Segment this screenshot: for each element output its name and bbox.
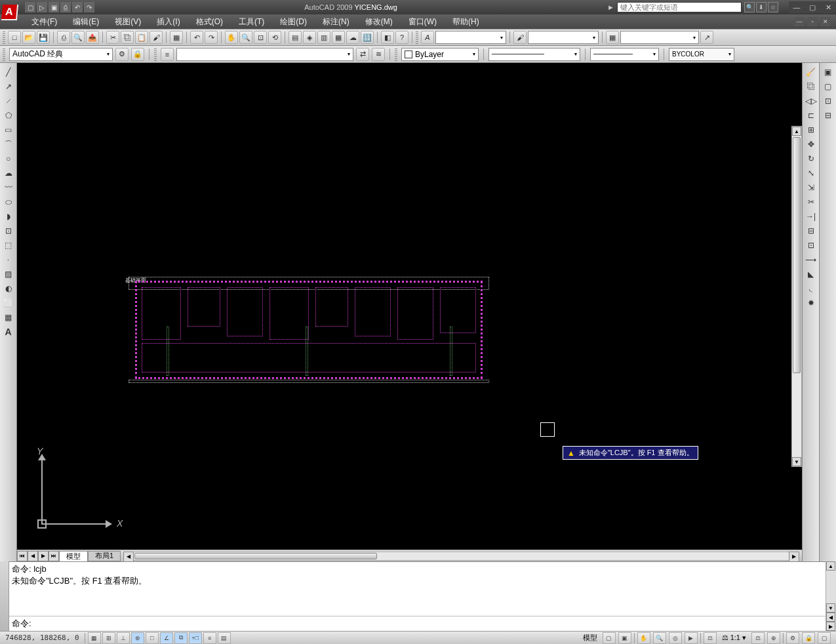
- osnap-toggle[interactable]: □: [146, 632, 159, 644]
- scroll-down-icon[interactable]: ▼: [826, 603, 835, 613]
- ducs-toggle[interactable]: ⧉: [174, 632, 188, 644]
- properties-icon[interactable]: ▤: [289, 31, 302, 44]
- menu-help[interactable]: 帮助(H): [445, 14, 487, 29]
- fillet-icon[interactable]: ◟: [805, 282, 818, 295]
- point-icon[interactable]: ·: [2, 253, 15, 266]
- layer-prev-icon[interactable]: ⇄: [356, 48, 369, 61]
- clean-screen-icon[interactable]: ▢: [818, 632, 831, 644]
- scroll-up-icon[interactable]: ▲: [826, 561, 835, 571]
- open-icon[interactable]: ▷: [37, 2, 47, 12]
- app-logo[interactable]: A: [0, 0, 20, 14]
- pan-icon[interactable]: ✋: [225, 31, 238, 44]
- layer-states-icon[interactable]: ≋: [372, 48, 385, 61]
- tab-next[interactable]: ▶: [38, 551, 49, 561]
- toolbar-grip[interactable]: [416, 31, 418, 44]
- vscroll-thumb[interactable]: [793, 137, 801, 373]
- make-block-icon[interactable]: ⬚: [2, 239, 15, 252]
- menu-format[interactable]: 格式(O): [188, 14, 231, 29]
- menu-dimension[interactable]: 标注(N): [315, 14, 357, 29]
- tab-last[interactable]: ⏭: [49, 551, 59, 561]
- dimstyle-combo[interactable]: ▾: [435, 31, 506, 44]
- tab-first[interactable]: ⏮: [17, 551, 28, 561]
- rectangle-icon[interactable]: ▭: [2, 123, 15, 136]
- region-icon[interactable]: ⬜: [2, 296, 15, 310]
- mdi-close[interactable]: ✕: [820, 17, 831, 26]
- vertical-scrollbar[interactable]: ▲ ▼: [791, 126, 802, 467]
- snap-toggle[interactable]: ▦: [88, 632, 101, 644]
- lineweight-combo[interactable]: ▾: [590, 48, 659, 61]
- color-combo[interactable]: ByLayer ▾: [401, 48, 479, 61]
- close-button[interactable]: ✕: [820, 1, 836, 13]
- zoom-realtime-icon[interactable]: 🔍: [239, 31, 252, 44]
- cmdline-grip[interactable]: [0, 561, 9, 631]
- tablestyle-icon[interactable]: ▦: [606, 31, 619, 44]
- grid-toggle[interactable]: ⊞: [102, 632, 115, 644]
- cmd-vscroll[interactable]: ▲ ▼ ◀ ▶: [826, 561, 836, 631]
- print-icon[interactable]: ⎙: [60, 2, 71, 12]
- markup-icon[interactable]: ☁: [346, 31, 359, 44]
- showmotion-icon[interactable]: ▶: [685, 632, 698, 644]
- favorite-icon[interactable]: ☆: [768, 2, 778, 12]
- lwt-toggle[interactable]: ≡: [203, 632, 216, 644]
- break-point-icon[interactable]: ⊟: [805, 224, 818, 237]
- plot-icon[interactable]: ⎙: [57, 31, 70, 44]
- scroll-up-icon[interactable]: ▲: [792, 127, 801, 136]
- pan-status-icon[interactable]: ✋: [637, 632, 650, 644]
- save-icon[interactable]: ▣: [49, 2, 59, 12]
- menu-insert[interactable]: 插入(I): [149, 14, 188, 29]
- offset-icon[interactable]: ⊏: [805, 109, 818, 122]
- help-icon[interactable]: ⬇: [756, 2, 766, 12]
- copy-icon[interactable]: ⿻: [121, 31, 134, 44]
- open-file-icon[interactable]: 📂: [22, 31, 35, 44]
- hscroll-thumb[interactable]: [134, 553, 377, 559]
- line-icon[interactable]: ╱: [2, 66, 15, 79]
- model-space-label[interactable]: 模型: [580, 633, 600, 643]
- scroll-down-icon[interactable]: ▼: [792, 457, 801, 466]
- workspace-switching-icon[interactable]: ⚙: [786, 632, 799, 644]
- coordinates-display[interactable]: 746828, 188268, 0: [0, 634, 85, 642]
- minimize-button[interactable]: —: [789, 1, 805, 13]
- mleader-icon[interactable]: ↗: [700, 31, 713, 44]
- cut-icon[interactable]: ✂: [106, 31, 119, 44]
- tab-layout1[interactable]: 布局1: [88, 551, 121, 561]
- qp-toggle[interactable]: ▤: [218, 632, 231, 644]
- ellipse-arc-icon[interactable]: ◗: [2, 210, 15, 223]
- mdi-restore[interactable]: ▫: [807, 17, 818, 26]
- zoom-previous-icon[interactable]: ⟲: [268, 31, 281, 44]
- tool-palettes-icon[interactable]: ▥: [317, 31, 330, 44]
- toolbar-grip[interactable]: [3, 48, 5, 61]
- menu-tools[interactable]: 工具(T): [231, 14, 272, 29]
- xline-icon[interactable]: ↗: [2, 80, 15, 93]
- revcloud-icon[interactable]: ☁: [2, 167, 15, 180]
- layer-combo[interactable]: ▾: [176, 48, 353, 61]
- undo-icon[interactable]: ↶: [190, 31, 203, 44]
- commandline-text[interactable]: 命令: lcjb 未知命令"LCJB"。按 F1 查看帮助。 命令:: [9, 561, 826, 631]
- polyline-icon[interactable]: ⟋: [2, 94, 15, 108]
- horizontal-scrollbar[interactable]: ◀ ▶: [123, 552, 799, 561]
- plotstyle-combo[interactable]: BYCOLOR ▾: [669, 48, 734, 61]
- publish-icon[interactable]: 📤: [86, 31, 99, 44]
- linetype-combo[interactable]: ▾: [488, 48, 580, 61]
- send-under-icon[interactable]: ⊟: [822, 109, 835, 122]
- mdi-minimize[interactable]: —: [794, 17, 805, 26]
- annotation-autoscale-icon[interactable]: ⊕: [767, 632, 780, 644]
- menu-window[interactable]: 窗口(W): [401, 14, 445, 29]
- tab-model[interactable]: 模型: [59, 551, 88, 561]
- undo-icon[interactable]: ↶: [72, 2, 83, 12]
- quickcalc-icon[interactable]: 🔢: [361, 31, 374, 44]
- ortho-toggle[interactable]: ⊥: [117, 632, 130, 644]
- arc-icon[interactable]: ⌒: [2, 138, 15, 151]
- break-icon[interactable]: ⊡: [805, 239, 818, 252]
- send-back-icon[interactable]: ▢: [822, 80, 835, 93]
- scroll-left-icon[interactable]: ◀: [826, 613, 835, 622]
- trim-icon[interactable]: ✂: [805, 195, 818, 209]
- layer-icon[interactable]: ◧: [381, 31, 394, 44]
- bring-above-icon[interactable]: ⊡: [822, 94, 835, 108]
- rotate-icon[interactable]: ↻: [805, 152, 818, 165]
- scroll-right-icon[interactable]: ▶: [789, 552, 799, 562]
- scroll-right-icon[interactable]: ▶: [826, 622, 835, 631]
- workspace-lock-icon[interactable]: 🔒: [131, 48, 144, 61]
- design-center-icon[interactable]: ◈: [303, 31, 316, 44]
- bring-front-icon[interactable]: ▣: [822, 66, 835, 79]
- spline-icon[interactable]: 〰: [2, 181, 15, 194]
